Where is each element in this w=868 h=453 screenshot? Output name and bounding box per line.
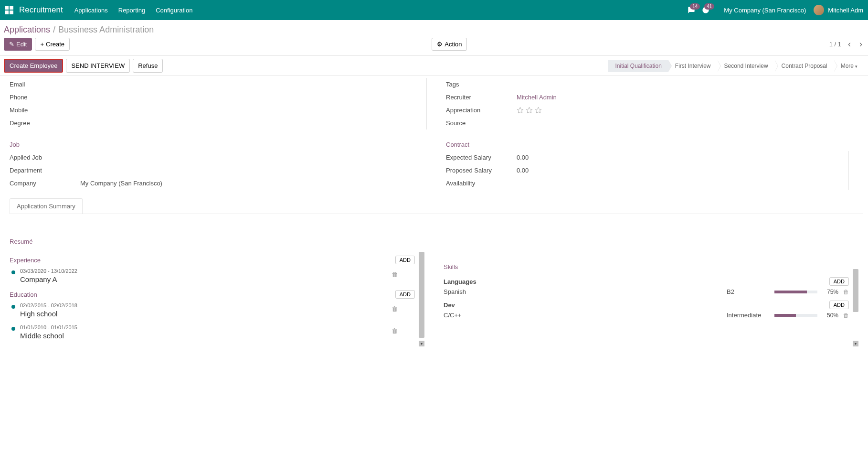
create-label: Create	[46, 41, 64, 48]
skill-row: C/C++ Intermediate 50% 🗑	[444, 309, 849, 321]
stage-second-interview[interactable]: Second Interview	[718, 60, 775, 72]
label-appreciation: Appreciation	[446, 107, 513, 114]
label-availability: Availability	[446, 180, 513, 187]
breadcrumb-sep: /	[53, 25, 55, 35]
pager-prev[interactable]: ‹	[846, 39, 853, 49]
label-department: Department	[10, 167, 76, 174]
pencil-icon: ✎	[9, 41, 14, 48]
value-recruiter[interactable]: Mitchell Admin	[513, 94, 848, 101]
trash-icon[interactable]: 🗑	[843, 289, 849, 295]
timeline-title: High school	[20, 310, 415, 318]
breadcrumb-root[interactable]: Applications	[4, 25, 50, 35]
skill-pct: 50%	[822, 312, 838, 319]
timeline-item: 03/03/2020 - 13/10/2022 Company A 🗑	[10, 268, 415, 283]
skill-name: Spanish	[444, 288, 722, 295]
create-button[interactable]: + Create	[35, 38, 70, 51]
scroll-down-icon[interactable]: ▾	[853, 341, 858, 346]
pager-next[interactable]: ›	[857, 39, 864, 49]
appreciation-stars[interactable]	[513, 107, 848, 114]
refuse-button[interactable]: Refuse	[133, 59, 163, 73]
skill-group-languages: Languages	[444, 278, 476, 285]
label-phone: Phone	[10, 94, 76, 101]
stage-initial-qualification[interactable]: Initial Qualification	[608, 60, 668, 72]
resume-title: Resumé	[10, 238, 863, 245]
nav-applications[interactable]: Applications	[74, 7, 108, 14]
timeline-dates: 02/02/2015 - 02/02/2018	[20, 302, 415, 308]
resume-left: Experience ADD 03/03/2020 - 13/10/2022 C…	[10, 252, 429, 346]
messaging-icon[interactable]: 14	[688, 6, 695, 14]
label-applied-job: Applied Job	[10, 154, 76, 161]
trash-icon[interactable]: 🗑	[843, 312, 849, 319]
label-proposed-salary: Proposed Salary	[446, 167, 513, 174]
stage-first-interview[interactable]: First Interview	[668, 60, 718, 72]
trash-icon[interactable]: 🗑	[392, 271, 398, 278]
stage-contract-proposal[interactable]: Contract Proposal	[775, 60, 834, 72]
create-employee-button[interactable]: Create Employee	[4, 59, 63, 73]
breadcrumb: Applications / Bussiness Administration	[0, 20, 868, 38]
scrollbar-thumb[interactable]	[419, 252, 424, 338]
activities-badge: 41	[704, 3, 714, 10]
skill-bar	[774, 314, 817, 317]
add-education-button[interactable]: ADD	[395, 290, 415, 299]
skill-name: C/C++	[444, 312, 722, 319]
action-label: Action	[445, 41, 462, 48]
timeline-title: Company A	[20, 275, 415, 283]
tabs: Application Summary	[10, 198, 863, 214]
experience-header: Experience	[10, 257, 41, 264]
statusbar: Create Employee SEND INTERVIEW Refuse In…	[0, 56, 868, 76]
skill-row: Spanish B2 75% 🗑	[444, 286, 849, 298]
label-company: Company	[10, 180, 76, 187]
edit-button[interactable]: ✎ Edit	[4, 38, 32, 51]
scrollbar-thumb[interactable]	[853, 269, 858, 312]
label-source: Source	[446, 119, 513, 127]
timeline-dates: 03/03/2020 - 13/10/2022	[20, 268, 415, 274]
label-email: Email	[10, 81, 76, 88]
gear-icon: ⚙	[437, 41, 443, 48]
messaging-badge: 14	[690, 3, 700, 10]
stage-bar: Initial Qualification First Interview Se…	[608, 60, 864, 72]
scroll-down-icon[interactable]: ▾	[419, 341, 424, 346]
stage-more[interactable]: More▾	[834, 60, 864, 72]
add-language-skill-button[interactable]: ADD	[829, 277, 849, 286]
action-button[interactable]: ⚙ Action	[432, 38, 467, 51]
star-icon[interactable]	[517, 107, 524, 114]
timeline-title: Middle school	[20, 332, 415, 340]
label-recruiter: Recruiter	[446, 94, 513, 101]
label-expected-salary: Expected Salary	[446, 154, 513, 161]
tab-application-summary[interactable]: Application Summary	[10, 198, 83, 214]
nav-configuration[interactable]: Configuration	[156, 7, 192, 14]
education-header: Education	[10, 291, 37, 298]
timeline-dates: 01/01/2010 - 01/01/2015	[20, 324, 415, 330]
timeline-item: 01/01/2010 - 01/01/2015 Middle school 🗑	[10, 324, 415, 340]
add-experience-button[interactable]: ADD	[395, 256, 415, 264]
skill-bar	[774, 291, 817, 293]
skill-level: Intermediate	[727, 312, 770, 319]
plus-icon: +	[40, 41, 44, 48]
activities-icon[interactable]: 41	[702, 6, 709, 14]
top-navbar: Recruitment Applications Reporting Confi…	[0, 0, 868, 20]
section-contract: Contract	[446, 141, 849, 148]
trash-icon[interactable]: 🗑	[392, 327, 398, 334]
apps-icon[interactable]	[5, 6, 13, 14]
label-mobile: Mobile	[10, 107, 76, 114]
value-proposed-salary: 0.00	[513, 167, 834, 174]
app-brand[interactable]: Recruitment	[19, 5, 63, 15]
toolbar: ✎ Edit + Create ⚙ Action 1 / 1 ‹ ›	[0, 38, 868, 56]
username[interactable]: Mitchell Adm	[828, 7, 863, 14]
stage-more-label: More	[841, 63, 854, 69]
star-icon[interactable]	[526, 107, 533, 114]
user-avatar[interactable]	[814, 5, 824, 15]
skill-level: B2	[727, 288, 770, 295]
skill-pct: 75%	[822, 289, 838, 295]
star-icon[interactable]	[535, 107, 542, 114]
svg-marker-2	[535, 107, 541, 113]
add-dev-skill-button[interactable]: ADD	[829, 301, 849, 309]
breadcrumb-current: Bussiness Administration	[58, 25, 154, 35]
send-interview-button[interactable]: SEND INTERVIEW	[66, 59, 130, 73]
nav-reporting[interactable]: Reporting	[118, 7, 145, 14]
skills-panel: Skills Languages ADD Spanish B2 75% 🗑 De…	[444, 252, 863, 346]
svg-marker-1	[526, 107, 532, 113]
company-switcher[interactable]: My Company (San Francisco)	[724, 7, 806, 14]
form-body: Email Phone Mobile Degree Tags Recruiter…	[0, 76, 868, 356]
trash-icon[interactable]: 🗑	[392, 305, 398, 313]
